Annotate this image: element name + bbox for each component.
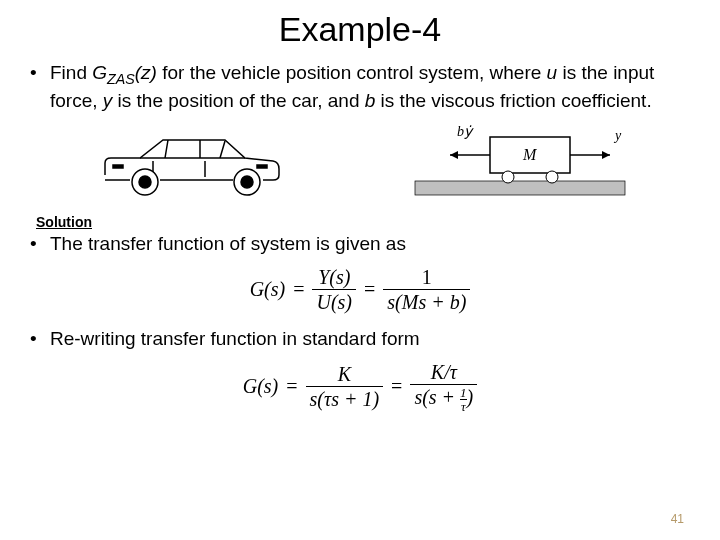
svg-point-3 <box>139 176 151 188</box>
svg-rect-0 <box>113 165 123 168</box>
solution-heading: Solution <box>36 214 690 230</box>
label-bydot: bẏ <box>457 124 474 139</box>
page-number: 41 <box>671 512 684 526</box>
svg-rect-6 <box>415 181 625 195</box>
bullet-dot: • <box>30 61 50 112</box>
bullet-dot: • <box>30 232 50 256</box>
mass-diagram: bẏ M y <box>405 123 635 208</box>
svg-point-8 <box>502 171 514 183</box>
page-title: Example-4 <box>30 10 690 49</box>
bullet-standard-form: • Re-writing transfer function in standa… <box>30 327 690 351</box>
figures-row: bẏ M y <box>30 120 690 210</box>
bullet2-text: The transfer function of system is given… <box>50 232 406 256</box>
svg-marker-11 <box>450 151 458 159</box>
label-y: y <box>613 128 622 143</box>
svg-marker-13 <box>602 151 610 159</box>
equation-2: G(s) = K s(τs + 1) = K/τ s(s + 1τ) <box>30 361 690 413</box>
bullet-transfer-function: • The transfer function of system is giv… <box>30 232 690 256</box>
bullet-dot: • <box>30 327 50 351</box>
problem-text: Find GZAS(z) for the vehicle position co… <box>50 61 690 112</box>
svg-point-5 <box>241 176 253 188</box>
svg-rect-1 <box>257 165 267 168</box>
svg-point-9 <box>546 171 558 183</box>
label-mass: M <box>522 146 538 163</box>
bullet3-text: Re-writing transfer function in standard… <box>50 327 420 351</box>
car-illustration <box>85 125 295 205</box>
problem-statement: • Find GZAS(z) for the vehicle position … <box>30 61 690 112</box>
equation-1: G(s) = Y(s) U(s) = 1 s(Ms + b) <box>30 266 690 313</box>
